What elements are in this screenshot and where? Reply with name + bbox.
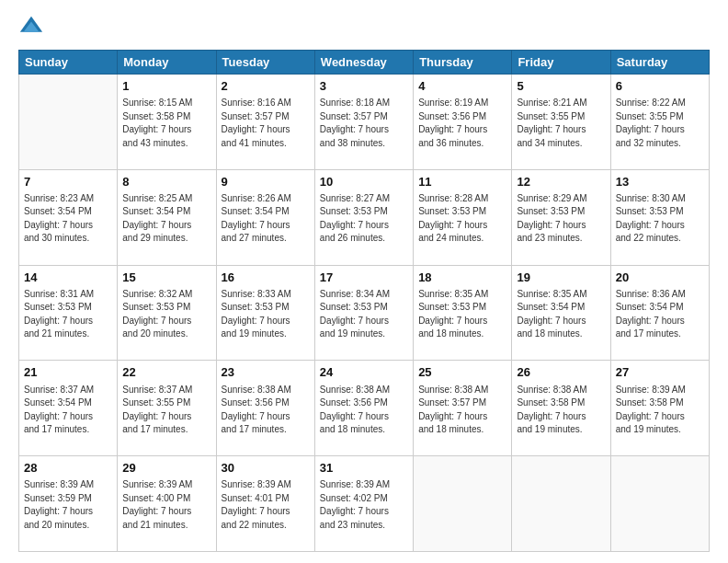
day-number: 7 <box>24 174 112 190</box>
day-number: 26 <box>517 364 605 381</box>
calendar-cell: 5Sunrise: 8:21 AM Sunset: 3:55 PM Daylig… <box>512 75 610 170</box>
day-info: Sunrise: 8:33 AM Sunset: 3:53 PM Dayligh… <box>222 288 310 341</box>
day-info: Sunrise: 8:35 AM Sunset: 3:53 PM Dayligh… <box>418 288 506 341</box>
day-number: 6 <box>616 78 704 95</box>
day-info: Sunrise: 8:21 AM Sunset: 3:55 PM Dayligh… <box>517 97 605 150</box>
day-number: 17 <box>320 270 408 286</box>
calendar-cell <box>610 456 709 552</box>
day-number: 8 <box>122 174 210 190</box>
calendar-cell: 30Sunrise: 8:39 AM Sunset: 4:01 PM Dayli… <box>216 456 314 552</box>
day-info: Sunrise: 8:16 AM Sunset: 3:57 PM Dayligh… <box>222 97 310 150</box>
calendar-table: SundayMondayTuesdayWednesdayThursdayFrid… <box>18 50 710 552</box>
day-info: Sunrise: 8:26 AM Sunset: 3:54 PM Dayligh… <box>222 192 310 246</box>
calendar-cell: 26Sunrise: 8:38 AM Sunset: 3:58 PM Dayli… <box>512 361 610 456</box>
calendar-cell: 29Sunrise: 8:39 AM Sunset: 4:00 PM Dayli… <box>118 456 216 552</box>
day-info: Sunrise: 8:38 AM Sunset: 3:56 PM Dayligh… <box>320 384 408 437</box>
weekday-header-row: SundayMondayTuesdayWednesdayThursdayFrid… <box>19 51 710 75</box>
logo-icon <box>18 15 44 40</box>
calendar-cell: 19Sunrise: 8:35 AM Sunset: 3:54 PM Dayli… <box>512 265 610 361</box>
day-number: 24 <box>320 364 408 381</box>
calendar-cell: 21Sunrise: 8:37 AM Sunset: 3:54 PM Dayli… <box>19 361 118 456</box>
week-row-1: 1Sunrise: 8:15 AM Sunset: 3:58 PM Daylig… <box>19 75 710 170</box>
day-info: Sunrise: 8:36 AM Sunset: 3:54 PM Dayligh… <box>616 288 704 341</box>
calendar-cell: 31Sunrise: 8:39 AM Sunset: 4:02 PM Dayli… <box>314 456 413 552</box>
calendar-cell: 2Sunrise: 8:16 AM Sunset: 3:57 PM Daylig… <box>216 75 314 170</box>
weekday-header-friday: Friday <box>512 51 610 75</box>
calendar-cell: 27Sunrise: 8:39 AM Sunset: 3:58 PM Dayli… <box>610 361 709 456</box>
day-number: 20 <box>616 270 704 286</box>
day-number: 27 <box>616 364 704 381</box>
calendar-cell: 12Sunrise: 8:29 AM Sunset: 3:53 PM Dayli… <box>512 169 610 265</box>
day-info: Sunrise: 8:37 AM Sunset: 3:55 PM Dayligh… <box>122 384 210 437</box>
week-row-4: 21Sunrise: 8:37 AM Sunset: 3:54 PM Dayli… <box>19 361 710 456</box>
calendar-cell: 13Sunrise: 8:30 AM Sunset: 3:53 PM Dayli… <box>610 169 709 265</box>
day-info: Sunrise: 8:39 AM Sunset: 3:59 PM Dayligh… <box>24 478 112 532</box>
week-row-3: 14Sunrise: 8:31 AM Sunset: 3:53 PM Dayli… <box>19 265 710 361</box>
calendar-cell: 7Sunrise: 8:23 AM Sunset: 3:54 PM Daylig… <box>19 169 118 265</box>
calendar-cell: 3Sunrise: 8:18 AM Sunset: 3:57 PM Daylig… <box>314 75 413 170</box>
logo <box>18 15 48 40</box>
day-number: 1 <box>122 78 210 95</box>
calendar-cell: 16Sunrise: 8:33 AM Sunset: 3:53 PM Dayli… <box>216 265 314 361</box>
day-info: Sunrise: 8:29 AM Sunset: 3:53 PM Dayligh… <box>517 192 605 246</box>
calendar-cell: 6Sunrise: 8:22 AM Sunset: 3:55 PM Daylig… <box>610 75 709 170</box>
weekday-header-wednesday: Wednesday <box>314 51 413 75</box>
day-number: 10 <box>320 174 408 190</box>
day-info: Sunrise: 8:31 AM Sunset: 3:53 PM Dayligh… <box>24 288 112 341</box>
calendar-cell: 22Sunrise: 8:37 AM Sunset: 3:55 PM Dayli… <box>118 361 216 456</box>
header <box>18 15 710 40</box>
calendar-cell: 18Sunrise: 8:35 AM Sunset: 3:53 PM Dayli… <box>414 265 512 361</box>
day-number: 12 <box>517 174 605 190</box>
day-number: 31 <box>320 460 408 477</box>
day-info: Sunrise: 8:23 AM Sunset: 3:54 PM Dayligh… <box>24 192 112 246</box>
day-number: 29 <box>122 460 210 477</box>
day-number: 21 <box>24 364 112 381</box>
day-info: Sunrise: 8:22 AM Sunset: 3:55 PM Dayligh… <box>616 97 704 150</box>
calendar-cell <box>19 75 118 170</box>
day-number: 11 <box>418 174 506 190</box>
calendar-cell: 10Sunrise: 8:27 AM Sunset: 3:53 PM Dayli… <box>314 169 413 265</box>
day-number: 4 <box>418 78 506 95</box>
day-number: 22 <box>122 364 210 381</box>
day-info: Sunrise: 8:30 AM Sunset: 3:53 PM Dayligh… <box>616 192 704 246</box>
day-number: 13 <box>616 174 704 190</box>
calendar-cell: 28Sunrise: 8:39 AM Sunset: 3:59 PM Dayli… <box>19 456 118 552</box>
day-info: Sunrise: 8:39 AM Sunset: 3:58 PM Dayligh… <box>616 384 704 437</box>
day-number: 2 <box>222 78 310 95</box>
day-number: 23 <box>222 364 310 381</box>
weekday-header-tuesday: Tuesday <box>216 51 314 75</box>
calendar-cell: 24Sunrise: 8:38 AM Sunset: 3:56 PM Dayli… <box>314 361 413 456</box>
day-info: Sunrise: 8:32 AM Sunset: 3:53 PM Dayligh… <box>122 288 210 341</box>
week-row-5: 28Sunrise: 8:39 AM Sunset: 3:59 PM Dayli… <box>19 456 710 552</box>
day-info: Sunrise: 8:18 AM Sunset: 3:57 PM Dayligh… <box>320 97 408 150</box>
calendar-cell: 15Sunrise: 8:32 AM Sunset: 3:53 PM Dayli… <box>118 265 216 361</box>
calendar-cell <box>414 456 512 552</box>
day-info: Sunrise: 8:37 AM Sunset: 3:54 PM Dayligh… <box>24 384 112 437</box>
day-info: Sunrise: 8:15 AM Sunset: 3:58 PM Dayligh… <box>122 97 210 150</box>
calendar-cell: 1Sunrise: 8:15 AM Sunset: 3:58 PM Daylig… <box>118 75 216 170</box>
calendar-cell: 23Sunrise: 8:38 AM Sunset: 3:56 PM Dayli… <box>216 361 314 456</box>
day-number: 28 <box>24 460 112 477</box>
week-row-2: 7Sunrise: 8:23 AM Sunset: 3:54 PM Daylig… <box>19 169 710 265</box>
day-info: Sunrise: 8:19 AM Sunset: 3:56 PM Dayligh… <box>418 97 506 150</box>
day-info: Sunrise: 8:39 AM Sunset: 4:02 PM Dayligh… <box>320 478 408 532</box>
weekday-header-sunday: Sunday <box>19 51 118 75</box>
day-info: Sunrise: 8:35 AM Sunset: 3:54 PM Dayligh… <box>517 288 605 341</box>
day-number: 18 <box>418 270 506 286</box>
day-info: Sunrise: 8:39 AM Sunset: 4:01 PM Dayligh… <box>222 478 310 532</box>
day-info: Sunrise: 8:25 AM Sunset: 3:54 PM Dayligh… <box>122 192 210 246</box>
day-info: Sunrise: 8:38 AM Sunset: 3:57 PM Dayligh… <box>418 384 506 437</box>
day-info: Sunrise: 8:34 AM Sunset: 3:53 PM Dayligh… <box>320 288 408 341</box>
day-number: 3 <box>320 78 408 95</box>
day-number: 30 <box>222 460 310 477</box>
calendar-cell: 9Sunrise: 8:26 AM Sunset: 3:54 PM Daylig… <box>216 169 314 265</box>
weekday-header-saturday: Saturday <box>610 51 709 75</box>
day-number: 9 <box>222 174 310 190</box>
day-info: Sunrise: 8:39 AM Sunset: 4:00 PM Dayligh… <box>122 478 210 532</box>
calendar-cell: 25Sunrise: 8:38 AM Sunset: 3:57 PM Dayli… <box>414 361 512 456</box>
calendar-cell: 4Sunrise: 8:19 AM Sunset: 3:56 PM Daylig… <box>414 75 512 170</box>
day-number: 15 <box>122 270 210 286</box>
day-number: 14 <box>24 270 112 286</box>
page: SundayMondayTuesdayWednesdayThursdayFrid… <box>0 0 728 563</box>
day-info: Sunrise: 8:27 AM Sunset: 3:53 PM Dayligh… <box>320 192 408 246</box>
